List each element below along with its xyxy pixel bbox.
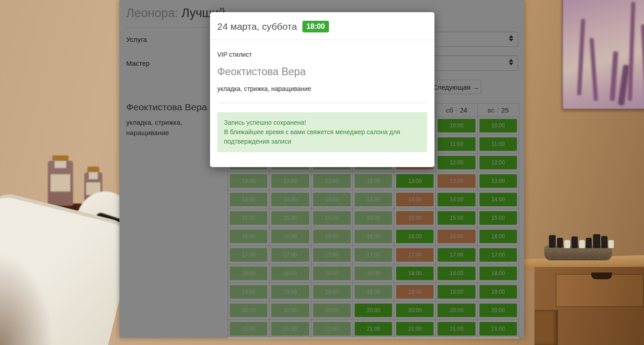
photo-vial-icon: [564, 240, 570, 248]
time-badge: 18:00: [302, 21, 329, 32]
photo-vial-icon: [593, 234, 600, 248]
photo-table-leg: [534, 310, 558, 345]
modal-header: 24 марта, суббота 18:00: [210, 12, 434, 40]
divider: [217, 103, 427, 103]
photo-vial-icon: [608, 240, 614, 248]
photo-vial-icon: [557, 238, 563, 248]
booking-confirmation-modal: 24 марта, суббота 18:00 VIP стилист Феок…: [210, 12, 434, 167]
photo-vial-icon: [549, 235, 556, 248]
success-alert: Запись успешно сохранена! В ближайшее вр…: [217, 112, 427, 152]
modal-body: VIP стилист Феоктистова Вера укладка, ст…: [210, 40, 434, 159]
photo-vial-icon: [586, 238, 592, 248]
modal-date: 24 марта, суббота: [217, 21, 297, 32]
photo-bottle-icon: [48, 161, 73, 206]
success-line1: Запись успешно сохранена!: [224, 118, 420, 127]
page: Леонора: Лучший Услуга Мастер Следующая …: [0, 0, 644, 345]
photo-wall-shadow: [0, 252, 54, 345]
photo-vial-icon: [601, 236, 607, 248]
photo-vial-icon: [579, 240, 585, 248]
photo-lavender-picture: [562, 0, 644, 109]
success-line2: В ближайшее время с вами свяжется менедж…: [224, 127, 420, 146]
modal-master-services: укладка, стрижка, наращивание: [217, 85, 427, 92]
photo-vial-icon: [571, 236, 578, 248]
photo-drawer-handle: [591, 272, 612, 279]
master-category: VIP стилист: [217, 51, 427, 58]
modal-master-name: Феоктистова Вера: [217, 66, 427, 78]
